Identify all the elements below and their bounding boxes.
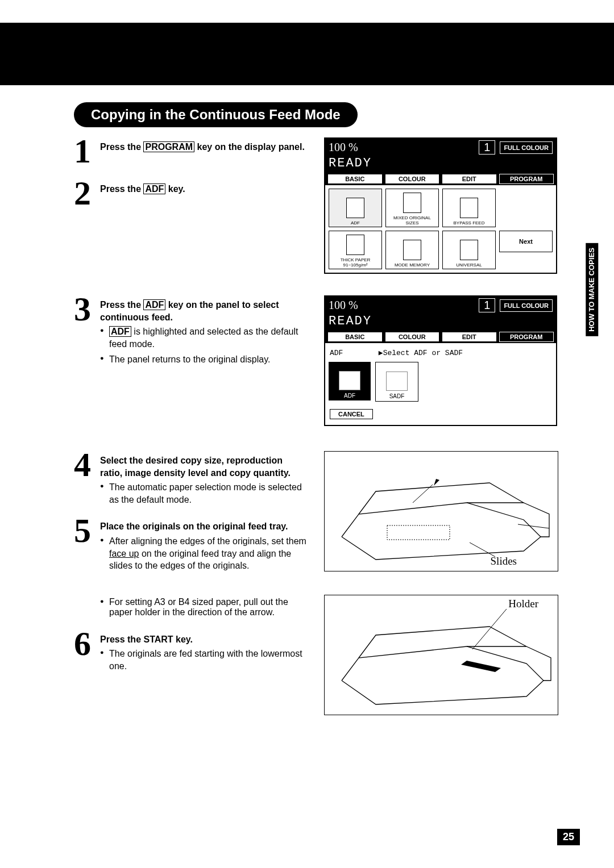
label-holder: Holder [508, 598, 538, 610]
sadf-option[interactable]: SADF [375, 362, 418, 402]
zoom-percent: 100 % [329, 299, 358, 312]
step-3-text: Press the ADF key on the panel to select… [100, 299, 307, 369]
step-2-text: Press the ADF key. [100, 183, 185, 195]
side-tab: HOW TO MAKE COPIES [586, 243, 598, 336]
step-1-text: Press the PROGRAM key on the display pan… [100, 141, 305, 153]
empty-cell [499, 189, 553, 226]
step-6-text: Press the START key. The originals are f… [100, 633, 307, 676]
option-mixed-sizes[interactable]: MIXED ORIGINAL SIZES [385, 189, 439, 227]
step-4-text: Select the desired copy size, reproducti… [100, 454, 307, 509]
tab-program[interactable]: PROGRAM [499, 174, 554, 184]
option-universal[interactable]: UNIVERSAL [442, 231, 496, 269]
label-slides: Slides [491, 555, 517, 567]
tab-basic[interactable]: BASIC [327, 332, 383, 342]
program-key: PROGRAM [143, 141, 194, 152]
display-panel-1: 100 % 1 FULL COLOUR READY BASIC COLOUR E… [324, 137, 557, 274]
svg-line-6 [472, 609, 507, 649]
colour-mode: FULL COLOUR [500, 299, 553, 312]
step-5-text: Place the originals on the original feed… [100, 520, 307, 575]
copy-count: 1 [479, 298, 495, 312]
svg-rect-0 [387, 525, 450, 540]
option-adf[interactable]: ADF [329, 189, 382, 227]
svg-line-4 [518, 524, 549, 528]
adf-prompt: ADF ▶Select ADF or SADF [329, 347, 553, 362]
step-number-4: 4 [74, 451, 93, 478]
option-thick-paper[interactable]: THICK PAPER 91~105g/m² [329, 231, 382, 269]
section-title: Copying in the Continuous Feed Mode [74, 102, 358, 127]
svg-marker-2 [434, 479, 439, 486]
status-ready: READY [325, 156, 556, 173]
diagram-holder: Holder [324, 595, 558, 715]
option-mode-memory[interactable]: MODE MEMORY [385, 231, 439, 269]
step-5-bullet-2: For setting A3 or B4 sized paper, pull o… [74, 597, 307, 617]
step-number-2: 2 [74, 180, 93, 207]
next-button[interactable]: Next [499, 231, 553, 252]
zoom-percent: 100 % [329, 141, 358, 154]
step-number-5: 5 [74, 517, 93, 544]
step-number-3: 3 [74, 295, 93, 323]
tab-colour[interactable]: COLOUR [385, 174, 440, 184]
tab-edit[interactable]: EDIT [442, 332, 497, 342]
cancel-button[interactable]: CANCEL [330, 409, 373, 419]
diagram-slides: Slides [324, 451, 558, 571]
svg-marker-5 [461, 661, 501, 672]
adf-option[interactable]: ADF [329, 362, 371, 400]
svg-line-1 [413, 485, 433, 503]
adf-key: ADF [109, 326, 131, 337]
tab-edit[interactable]: EDIT [442, 174, 497, 184]
tab-basic[interactable]: BASIC [327, 174, 383, 184]
copy-count: 1 [479, 140, 495, 155]
tab-row: BASIC COLOUR EDIT PROGRAM [325, 173, 556, 185]
step-number-1: 1 [74, 137, 93, 165]
step-number-6: 6 [74, 630, 93, 657]
page-number: 25 [557, 829, 580, 845]
adf-key: ADF [143, 183, 165, 194]
tab-program[interactable]: PROGRAM [499, 332, 554, 342]
option-bypass-feed[interactable]: BYPASS FEED [442, 189, 496, 227]
adf-key: ADF [143, 299, 165, 310]
tab-colour[interactable]: COLOUR [385, 332, 440, 342]
status-ready: READY [325, 314, 556, 331]
display-panel-2: 100 % 1 FULL COLOUR READY BASIC COLOUR E… [324, 295, 557, 426]
colour-mode: FULL COLOUR [500, 141, 553, 154]
